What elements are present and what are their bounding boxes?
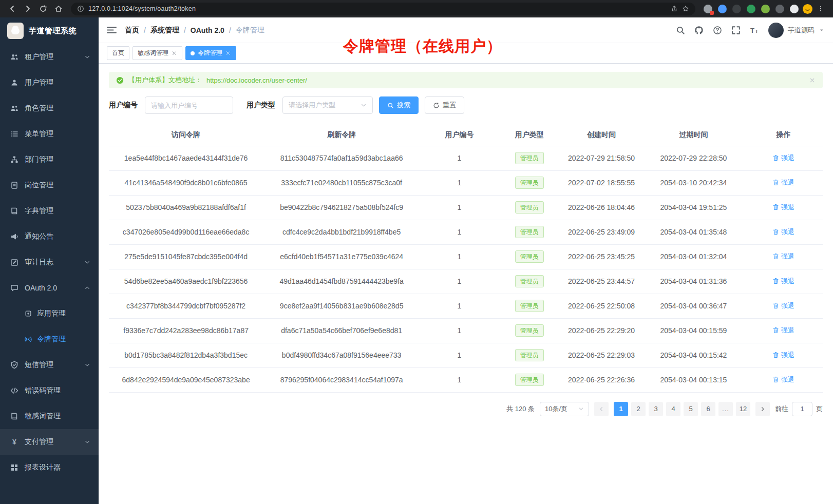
tab-close-icon[interactable] [225, 50, 231, 56]
user-id-cell: 1 [420, 343, 499, 367]
table-row: 275e5de9151045fe87cbdc395e004f4de6cfd40e… [109, 244, 823, 269]
extension-icon-2[interactable] [718, 5, 727, 13]
breadcrumb-item[interactable]: 首页 [125, 26, 139, 35]
user-type-tag: 管理员 [515, 177, 544, 189]
sidebar-item-pay[interactable]: ¥支付管理 [0, 429, 99, 455]
sidebar-item-sms[interactable]: 短信管理 [0, 352, 99, 378]
browser-back-button[interactable] [5, 2, 20, 16]
reset-button[interactable]: 重置 [425, 96, 464, 114]
force-logout-label: 强退 [781, 252, 794, 261]
page-button-5[interactable]: 5 [684, 402, 698, 416]
extension-icon-1[interactable] [704, 5, 712, 13]
bookmark-star-icon[interactable] [682, 5, 689, 12]
sidebar-item-error-code[interactable]: 错误码管理 [0, 378, 99, 403]
browser-profile-avatar[interactable] [803, 4, 812, 14]
page-button-6[interactable]: 6 [701, 402, 715, 416]
goto-page-input[interactable] [792, 402, 812, 416]
create-time-cell: 2022-06-25 22:26:36 [560, 367, 642, 392]
sidebar-item-oauth2[interactable]: OAuth 2.0 [0, 275, 99, 301]
table-row: 41c41346a548490f9dc8b01c6bfe0865333ecfc7… [109, 170, 823, 195]
extension-icon-6[interactable] [775, 5, 784, 13]
extension-icon-3[interactable] [732, 5, 741, 13]
user-type-select[interactable]: 请选择用户类型 [282, 96, 373, 114]
sidebar-item-role[interactable]: 角色管理 [0, 95, 99, 121]
page-button-2[interactable]: 2 [631, 402, 646, 416]
browser-forward-button[interactable] [21, 2, 35, 16]
force-logout-button[interactable]: 强退 [772, 203, 794, 212]
breadcrumb-item[interactable]: 系统管理 [150, 26, 179, 35]
active-tab-dot [191, 51, 195, 55]
site-info-icon[interactable] [77, 5, 84, 12]
extension-icon-4[interactable] [747, 5, 755, 13]
force-logout-button[interactable]: 强退 [772, 153, 794, 163]
force-logout-button[interactable]: 强退 [772, 301, 794, 311]
sidebar-subitem-oauth2-token[interactable]: 令牌管理 [0, 326, 99, 352]
sidebar-item-user[interactable]: 用户管理 [0, 70, 99, 95]
search-button[interactable]: 搜索 [379, 96, 419, 114]
page-button-3[interactable]: 3 [649, 402, 663, 416]
extension-icon-5[interactable] [761, 5, 770, 13]
search-icon[interactable] [676, 26, 685, 35]
prev-page-button[interactable] [594, 402, 609, 416]
sidebar-item-menu[interactable]: 菜单管理 [0, 121, 99, 147]
sidebar-item-dict[interactable]: 字典管理 [0, 198, 99, 224]
sidebar-item-report[interactable]: 报表设计器 [0, 455, 99, 480]
sidebar-item-audit-log[interactable]: 审计日志 [0, 249, 99, 275]
github-icon[interactable] [694, 26, 704, 35]
refresh-token-cell: b0df4980ffd34c67a08f9156e4eee733 [263, 343, 420, 367]
table-row: 1ea5e44f8bc1467aaede43144f31de76811c5304… [109, 146, 823, 170]
report-icon [10, 463, 18, 472]
extension-icon-7[interactable] [790, 5, 799, 13]
sidebar-item-tenant[interactable]: 租户管理 [0, 44, 99, 70]
force-logout-button[interactable]: 强退 [772, 252, 794, 261]
url-text[interactable]: 127.0.0.1:1024/system/oauth2/token [88, 5, 667, 12]
browser-home-button[interactable] [51, 2, 66, 16]
next-page-button[interactable] [755, 402, 770, 416]
doc-link[interactable]: https://doc.iocoder.cn/user-center/ [206, 76, 307, 84]
force-logout-button[interactable]: 强退 [772, 375, 794, 384]
force-logout-button[interactable]: 强退 [772, 326, 794, 335]
tab-home[interactable]: 首页 [107, 46, 129, 60]
tab-close-icon[interactable] [172, 50, 177, 56]
sidebar-item-sensitive-word[interactable]: 敏感词管理 [0, 403, 99, 429]
share-icon[interactable] [671, 5, 678, 12]
breadcrumb-item[interactable]: OAuth 2.0 [191, 26, 224, 34]
browser-menu-button[interactable] [813, 2, 828, 16]
page-button-4[interactable]: 4 [666, 402, 680, 416]
user-type-tag: 管理员 [515, 324, 544, 337]
user-id-input[interactable] [145, 96, 233, 114]
hamburger-icon[interactable] [107, 26, 117, 34]
browser-reload-button[interactable] [36, 2, 50, 16]
alert-close-icon[interactable] [809, 77, 816, 84]
tab-sensitive-word[interactable]: 敏感词管理 [132, 46, 182, 60]
sidebar-item-notice[interactable]: 通知公告 [0, 224, 99, 249]
alert-text: 【用户体系】文档地址： [128, 75, 202, 85]
force-logout-button[interactable]: 强退 [772, 277, 794, 286]
fullscreen-icon[interactable] [731, 26, 741, 35]
tab-token[interactable]: 令牌管理 [185, 46, 236, 60]
table-row: f9336e7c7dd242a283ee98dc86b17a87dfa6c71a… [109, 318, 823, 343]
user-id-cell: 1 [420, 195, 499, 220]
user-menu[interactable]: 芋道源码 [768, 23, 825, 38]
sidebar-item-post[interactable]: 岗位管理 [0, 172, 99, 198]
page-size-select[interactable]: 10条/页 [540, 402, 589, 416]
sidebar-item-label: 审计日志 [25, 258, 53, 267]
chevron-right-icon [760, 406, 766, 412]
tabs-bar: 首页敏感词管理令牌管理 [99, 43, 833, 64]
refresh-token-cell: be90422b8c7946218275a508bf524fc9 [263, 195, 420, 220]
force-logout-button[interactable]: 强退 [772, 178, 794, 187]
sidebar-subitem-oauth2-app[interactable]: 应用管理 [0, 301, 99, 326]
sidebar-item-dept[interactable]: 部门管理 [0, 147, 99, 172]
create-time-cell: 2022-07-29 21:58:50 [560, 146, 642, 170]
font-size-icon[interactable]: TT [750, 26, 759, 35]
caret-down-icon [819, 27, 825, 33]
address-bar[interactable]: 127.0.0.1:1024/system/oauth2/token [71, 3, 695, 15]
page-button-12[interactable]: 12 [736, 402, 750, 416]
access-token-cell: 41c41346a548490f9dc8b01c6bfe0865 [109, 170, 263, 195]
trash-icon [772, 376, 779, 383]
page-button-1[interactable]: 1 [614, 402, 628, 416]
force-logout-button[interactable]: 强退 [772, 227, 794, 237]
app-logo-row[interactable]: 芋道管理系统 [0, 17, 99, 44]
help-icon[interactable] [713, 26, 722, 35]
force-logout-button[interactable]: 强退 [772, 351, 794, 360]
